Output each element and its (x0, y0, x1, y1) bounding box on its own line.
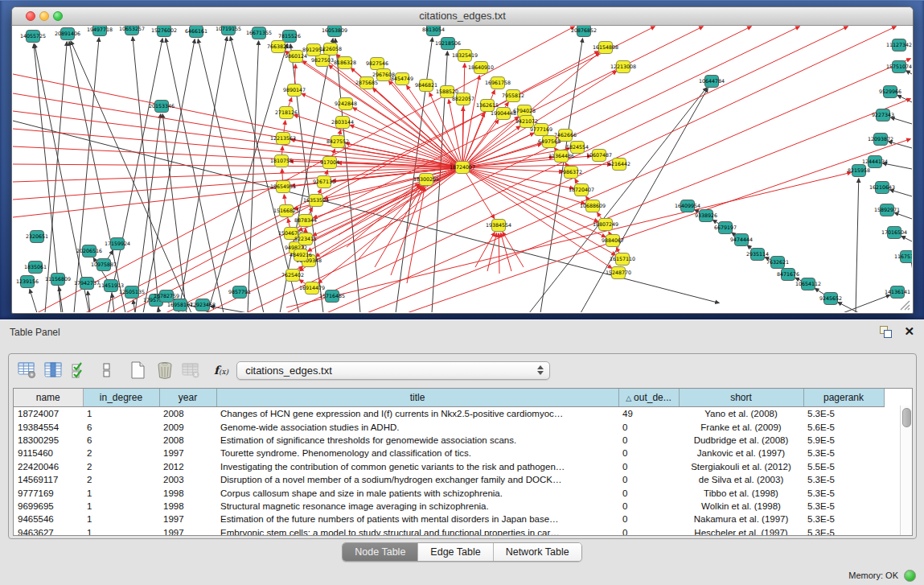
table-cell[interactable]: 9465546 (14, 513, 83, 525)
graph-node[interactable]: 17942737 (74, 278, 100, 290)
graph-node[interactable]: 11156809 (45, 274, 71, 286)
graph-node[interactable]: 917004 (320, 157, 339, 169)
table-cell[interactable]: 2003 (159, 473, 216, 486)
table-cell[interactable]: 19384554 (14, 420, 83, 433)
table-cell[interactable]: Corpus callosum shape and size in male p… (216, 486, 618, 499)
table-cell[interactable]: 2009 (159, 420, 216, 433)
graph-node[interactable]: 15716485 (319, 290, 345, 303)
graph-node[interactable]: 19218506 (435, 38, 461, 50)
column-header-in_degree[interactable]: in_degree (83, 389, 159, 407)
graph-node[interactable]: 20876852 (571, 26, 597, 37)
graph-node[interactable]: 1835061 (24, 262, 47, 274)
graph-node[interactable]: 8813054 (422, 26, 445, 36)
table-cell[interactable]: 1 (83, 407, 159, 421)
table-cell[interactable]: Changes of HCN gene expression and I(f) … (216, 407, 618, 421)
table-cell[interactable]: 49 (618, 407, 679, 421)
graph-node[interactable]: 9827546 (366, 58, 388, 70)
resize-grip-icon[interactable] (897, 298, 910, 311)
table-cell[interactable]: Investigating the contribution of common… (216, 460, 618, 473)
table-row[interactable]: 2242004622012Investigating the contribut… (14, 460, 884, 473)
graph-node[interactable]: 10719155 (216, 26, 241, 35)
table-cell[interactable]: 5.3E-5 (803, 473, 884, 486)
table-row[interactable]: 911546021997Tourette syndrome. Phenomeno… (14, 447, 884, 459)
table-cell[interactable]: 5.3E-5 (803, 447, 884, 459)
graph-node[interactable]: 16053809 (322, 26, 347, 37)
table-cell[interactable]: 2012 (159, 460, 216, 473)
table-cell[interactable]: 2 (83, 460, 159, 473)
table-cell[interactable]: Stergiakouli et al. (2012) (679, 460, 803, 473)
table-row[interactable]: 969969511998Structural magnetic resonanc… (14, 500, 884, 513)
table-cell[interactable]: Disruption of a novel member of a sodium… (216, 473, 618, 486)
table-cell[interactable]: 0 (618, 500, 679, 513)
tab-node-table[interactable]: Node Table (343, 543, 418, 561)
table-cell[interactable]: 1 (83, 486, 159, 499)
graph-node[interactable]: 2875685 (355, 77, 378, 89)
table-row[interactable]: 946554611997Estimation of the future num… (14, 513, 884, 525)
function-builder-icon[interactable]: f(x) (214, 364, 228, 377)
table-row[interactable]: 1830029562008Estimation of significance … (14, 434, 884, 447)
graph-node[interactable]: 12923468 (190, 299, 216, 311)
table-cell[interactable]: 2008 (159, 407, 216, 421)
table-cell[interactable]: 5.3E-5 (803, 407, 884, 421)
table-cell[interactable]: 1997 (159, 447, 216, 459)
graph-node[interactable]: 16961758 (485, 77, 511, 89)
table-cell[interactable]: Wolkin et al. (1998) (679, 500, 803, 513)
graph-node[interactable]: 16409954 (675, 200, 700, 212)
table-cell[interactable]: 1997 (159, 526, 216, 536)
graph-node[interactable]: 10975887 (91, 259, 117, 271)
table-cell[interactable]: 5.3E-5 (803, 526, 884, 536)
table-selector-dropdown[interactable]: citations_edges.txt (236, 361, 550, 380)
table-cell[interactable]: 6 (83, 434, 159, 447)
citation-network-graph[interactable]: 1405572520891406194977181065325715276002… (13, 26, 912, 312)
table-cell[interactable]: 2 (83, 473, 159, 486)
graph-node[interactable]: 10688609 (580, 200, 606, 212)
graph-node[interactable]: 1810755 (270, 155, 293, 167)
table-cell[interactable]: Genome-wide association studies in ADHD. (216, 420, 618, 433)
table-cell[interactable]: Estimation of significance thresholds fo… (216, 434, 618, 447)
graph-node[interactable]: 15248770 (606, 267, 631, 279)
table-cell[interactable]: de Silva et al. (2003) (679, 473, 803, 486)
column-header-out_de[interactable]: △out_de... (618, 389, 679, 407)
graph-node[interactable]: 19654955 (270, 181, 296, 193)
delete-column-icon[interactable] (153, 359, 177, 381)
graph-node[interactable]: 20891406 (55, 28, 80, 40)
column-header-short[interactable]: short (679, 389, 803, 407)
graph-node[interactable]: 2935114 (746, 249, 769, 261)
table-cell[interactable]: 1998 (159, 486, 216, 499)
node-table-grid[interactable]: namein_degreeyeartitle△out_de...shortpag… (14, 389, 885, 536)
table-cell[interactable]: Dudbridge et al. (2008) (679, 434, 803, 447)
graph-node[interactable]: 10653257 (119, 26, 145, 35)
table-cell[interactable]: 5.5E-5 (803, 460, 884, 473)
table-row[interactable]: 977716911998Corpus callosum shape and si… (14, 486, 884, 499)
graph-node[interactable]: 2718126 (275, 107, 298, 119)
table-cell[interactable]: 0 (618, 473, 679, 486)
table-cell[interactable]: 1 (83, 500, 159, 513)
graph-node[interactable]: 20153346 (149, 101, 175, 113)
table-cell[interactable]: 0 (618, 420, 679, 433)
graph-node[interactable]: 16210643 (869, 182, 895, 194)
graph-node[interactable]: 11675311 (894, 251, 912, 263)
create-column-icon[interactable] (126, 359, 150, 381)
table-cell[interactable]: 14569117 (14, 473, 83, 486)
table-cell[interactable]: Nakamura et al. (1997) (679, 513, 803, 525)
graph-node[interactable]: 9846821 (415, 80, 437, 92)
table-cell[interactable]: 5.3E-5 (803, 486, 884, 499)
column-header-pagerank[interactable]: pagerank (803, 389, 884, 407)
table-cell[interactable]: 0 (618, 513, 679, 525)
graph-node[interactable]: 10644784 (699, 76, 725, 88)
table-cell[interactable]: 5.3E-5 (803, 513, 884, 525)
table-cell[interactable]: Jankovic et al. (1997) (679, 447, 803, 459)
graph-node[interactable]: 14055725 (20, 31, 46, 43)
graph-node[interactable]: 7625402 (281, 270, 304, 282)
table-cell[interactable]: 5.9E-5 (803, 434, 884, 447)
show-columns-icon[interactable] (42, 359, 66, 381)
graph-node[interactable]: 7955812 (502, 90, 524, 102)
graph-node[interactable]: 14136141 (885, 286, 910, 299)
close-panel-icon[interactable]: ✕ (904, 324, 914, 339)
table-row[interactable]: 1938455462009Genome-wide association stu… (14, 420, 884, 433)
table-cell[interactable]: 0 (618, 486, 679, 499)
table-row[interactable]: 1456911722003Disruption of a novel membe… (14, 473, 884, 486)
table-cell[interactable]: 18724007 (14, 407, 83, 421)
graph-node[interactable]: 12213008 (610, 61, 636, 73)
graph-node[interactable]: 18720407 (569, 184, 594, 196)
